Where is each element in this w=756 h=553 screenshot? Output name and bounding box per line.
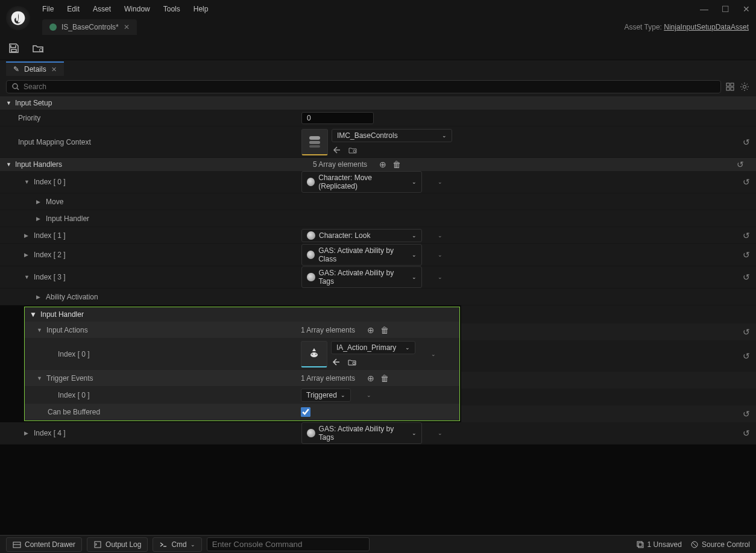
clear-array-icon[interactable]: 🗑: [380, 325, 389, 335]
handler-class-dropdown[interactable]: Character: Move (Replicated) ⌄: [301, 171, 422, 193]
close-tab-icon[interactable]: ✕: [124, 23, 130, 31]
menu-window[interactable]: Window: [124, 5, 150, 13]
handler-class-dropdown[interactable]: GAS: Activate Ability by Class ⌄: [301, 244, 422, 266]
reset-icon[interactable]: ↺: [743, 272, 750, 282]
source-control-button[interactable]: Source Control: [690, 540, 750, 549]
chevron-right-icon[interactable]: ▶: [24, 430, 30, 436]
chevron-right-icon[interactable]: ▶: [36, 199, 42, 205]
priority-label: Priority: [0, 114, 301, 122]
asset-tab[interactable]: IS_BaseControls* ✕: [42, 19, 137, 35]
use-selected-icon[interactable]: [331, 357, 342, 367]
details-tabbar: ✎ Details ✕: [0, 60, 756, 77]
gear-icon[interactable]: [739, 81, 750, 92]
can-buffered-checkbox[interactable]: [301, 407, 310, 417]
reset-icon[interactable]: ↺: [743, 351, 750, 361]
svg-point-0: [40, 48, 43, 51]
content-drawer-button[interactable]: Content Drawer: [6, 537, 82, 552]
index-label: Index [ 3 ]: [34, 273, 66, 281]
reset-icon[interactable]: ↺: [743, 428, 750, 438]
asset-tab-label: IS_BaseControls*: [61, 23, 119, 31]
use-selected-icon[interactable]: [332, 145, 342, 155]
chevron-down-icon[interactable]: ▼: [24, 179, 30, 185]
imc-dropdown[interactable]: IMC_BaseControls ⌄: [332, 129, 452, 142]
handler-index-2: ▶ Index [ 2 ] GAS: Activate Ability by C…: [0, 244, 756, 266]
expand-icon[interactable]: ⌄: [438, 252, 443, 258]
unsaved-button[interactable]: 1 Unsaved: [636, 540, 682, 549]
content-drawer-label: Content Drawer: [25, 540, 75, 549]
browse-to-icon[interactable]: [347, 145, 358, 155]
search-input[interactable]: [24, 83, 716, 91]
ue-logo[interactable]: [6, 6, 30, 30]
section-input-setup[interactable]: ▼ Input Setup: [0, 96, 756, 110]
expand-icon[interactable]: ⌄: [367, 392, 371, 398]
chevron-right-icon[interactable]: ▶: [36, 294, 42, 300]
menu-edit[interactable]: Edit: [67, 5, 80, 13]
details-tab-label: Details: [24, 65, 46, 73]
reset-icon[interactable]: ↺: [743, 137, 750, 147]
reset-icon[interactable]: ↺: [743, 409, 750, 419]
expand-icon[interactable]: ⌄: [438, 179, 443, 185]
chevron-down-icon[interactable]: ▼: [37, 375, 43, 381]
menu-file[interactable]: File: [42, 5, 54, 13]
chevron-right-icon[interactable]: ▶: [24, 252, 30, 258]
input-action-0: Index [ 0 ] IA_Action_Primary ⌄: [25, 339, 459, 370]
reset-icon[interactable]: ↺: [743, 231, 750, 240]
maximize-icon[interactable]: ☐: [722, 4, 729, 14]
add-element-icon[interactable]: ⊕: [367, 325, 374, 335]
handler-class-dropdown[interactable]: GAS: Activate Ability by Tags ⌄: [301, 266, 422, 288]
menu-tools[interactable]: Tools: [163, 5, 180, 13]
browse-icon[interactable]: [31, 42, 45, 55]
chevron-right-icon[interactable]: ▶: [36, 216, 42, 222]
trigger-value: Triggered: [306, 391, 337, 399]
reset-icon[interactable]: ↺: [737, 160, 744, 169]
expand-icon[interactable]: ⌄: [438, 233, 443, 239]
browse-to-icon[interactable]: [347, 357, 358, 367]
handler-index-3: ▼ Index [ 3 ] GAS: Activate Ability by T…: [0, 266, 756, 289]
ability-activation-label: Ability Activation: [46, 293, 98, 301]
search-box[interactable]: [6, 80, 721, 93]
output-log-button[interactable]: Output Log: [87, 537, 148, 552]
asset-type-link[interactable]: NinjaInputSetupDataAsset: [664, 23, 749, 31]
asset-type: Asset Type: NinjaInputSetupDataAsset: [624, 23, 749, 31]
cmd-button[interactable]: Cmd ⌄: [153, 537, 201, 552]
clear-array-icon[interactable]: 🗑: [380, 373, 389, 383]
save-icon[interactable]: [7, 42, 20, 55]
expand-icon[interactable]: ⌄: [438, 274, 443, 280]
handler-class-dropdown[interactable]: Character: Look ⌄: [301, 229, 422, 242]
grid-icon[interactable]: [725, 81, 736, 92]
source-control-label: Source Control: [702, 540, 750, 549]
te-index-label: Index [ 0 ]: [58, 391, 90, 399]
reset-icon[interactable]: ↺: [743, 327, 750, 337]
input-handler-label: Input Handler: [46, 214, 89, 223]
imc-thumbnail[interactable]: [301, 129, 328, 155]
svg-rect-7: [309, 136, 320, 140]
clear-array-icon[interactable]: 🗑: [392, 160, 401, 169]
chevron-down-icon[interactable]: ▼: [24, 274, 30, 280]
add-element-icon[interactable]: ⊕: [379, 160, 386, 169]
close-icon[interactable]: ✕: [743, 4, 750, 14]
svg-rect-2: [726, 83, 729, 86]
prop-ability-activation: ▶ Ability Activation: [0, 289, 756, 305]
chevron-down-icon: ⌄: [412, 233, 417, 239]
expand-icon[interactable]: ⌄: [431, 351, 436, 357]
handler-index-4: ▶ Index [ 4 ] GAS: Activate Ability by T…: [0, 422, 756, 445]
trigger-dropdown[interactable]: Triggered ⌄: [301, 389, 351, 402]
ia-thumbnail[interactable]: [301, 341, 327, 367]
console-input[interactable]: [207, 537, 370, 551]
priority-input[interactable]: 0: [301, 112, 374, 124]
section-input-handlers[interactable]: ▼ Input Handlers 5 Array elements ⊕ 🗑 ↺: [0, 158, 756, 171]
ia-dropdown[interactable]: IA_Action_Primary ⌄: [331, 341, 415, 354]
reset-icon[interactable]: ↺: [743, 250, 750, 260]
reset-icon[interactable]: ↺: [743, 177, 750, 187]
expand-icon[interactable]: ⌄: [438, 430, 443, 436]
hl-header[interactable]: ▼ Input Handler: [25, 307, 459, 322]
details-tab[interactable]: ✎ Details ✕: [6, 61, 64, 76]
details-close-icon[interactable]: ✕: [51, 66, 57, 73]
chevron-down-icon[interactable]: ▼: [37, 327, 43, 333]
chevron-right-icon[interactable]: ▶: [24, 233, 30, 239]
menu-asset[interactable]: Asset: [93, 5, 111, 13]
menu-help[interactable]: Help: [194, 5, 209, 13]
handler-class-dropdown[interactable]: GAS: Activate Ability by Tags ⌄: [301, 422, 422, 444]
add-element-icon[interactable]: ⊕: [367, 373, 374, 383]
minimize-icon[interactable]: —: [700, 4, 708, 14]
